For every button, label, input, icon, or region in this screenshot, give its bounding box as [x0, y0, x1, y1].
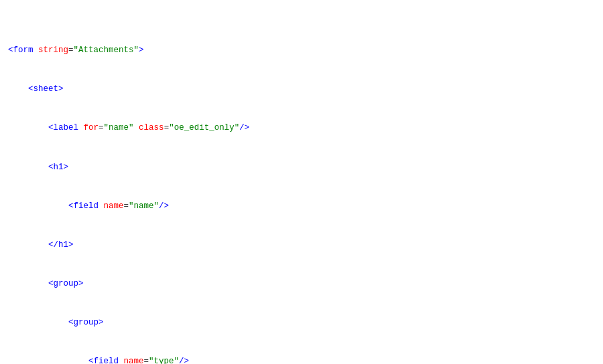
code-line-2: <sheet> [0, 83, 603, 96]
code-editor: <form string="Attachments"> <sheet> <lab… [0, 0, 603, 364]
code-line-7: <group> [0, 278, 603, 290]
code-line-4: <h1> [0, 161, 603, 174]
code-line-3: <label for="name" class="oe_edit_only"/> [0, 122, 603, 134]
code-line-8: <group> [0, 316, 603, 329]
code-line-6: </h1> [0, 239, 603, 252]
code-line-1: <form string="Attachments"> [0, 44, 603, 57]
code-line-9: <field name="type"/> [0, 355, 603, 364]
code-line-5: <field name="name"/> [0, 200, 603, 213]
